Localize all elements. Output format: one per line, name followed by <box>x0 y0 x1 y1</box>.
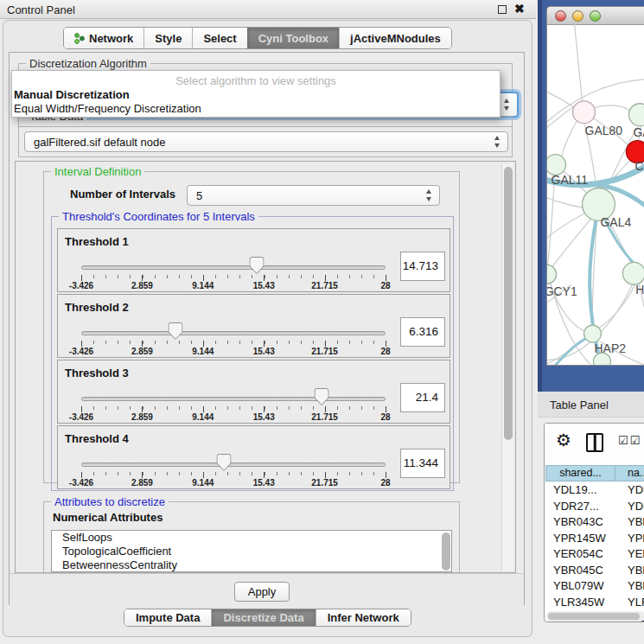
number-of-intervals-label: Number of Intervals <box>70 188 175 201</box>
threshold-value-field[interactable]: 6.316 <box>400 317 445 347</box>
table-cell: YPR1 <box>615 531 644 547</box>
scrollbar-thumb[interactable] <box>548 613 640 620</box>
major-tick <box>264 275 265 281</box>
network-canvas[interactable]: GAL80GACGAL11GAL4GCY1HAHAP2 <box>547 24 644 365</box>
algorithm-option-equal-width-frequency-discretization[interactable]: Equal Width/Frequency Discretization <box>14 102 201 116</box>
number-of-intervals-combobox[interactable]: 5 <box>187 185 440 206</box>
vertical-scrollbar[interactable] <box>501 163 513 571</box>
threshold-panel: Threshold 4 -3.4262.8599.14415.4321.7152… <box>57 425 450 489</box>
network-node[interactable] <box>594 353 611 365</box>
columns-icon[interactable] <box>586 433 603 452</box>
attribute-item-selfloops[interactable]: SelfLoops <box>52 531 451 545</box>
node-label: GAL80 <box>585 124 623 137</box>
table-row[interactable]: YER054CYER0 <box>545 546 644 563</box>
attribute-item-betweennesscentrality[interactable]: BetweennessCentrality <box>52 558 451 572</box>
table-cell: YLR3 <box>615 595 644 611</box>
table-cell: YPR145W <box>545 531 615 547</box>
slider-track[interactable] <box>81 462 386 467</box>
node-label: GCY1 <box>547 284 577 298</box>
table-cell: YER054C <box>545 546 615 563</box>
slider-track[interactable] <box>81 331 386 335</box>
threshold-panel: Threshold 1 -3.4262.8599.14415.4321.7152… <box>57 228 450 292</box>
top-tab-style[interactable]: Style <box>143 28 192 48</box>
table-row[interactable]: YLR345WYLR3 <box>545 595 644 611</box>
threshold-value-field[interactable]: 21.4 <box>400 383 445 412</box>
network-node-ha[interactable] <box>622 262 644 284</box>
table-row[interactable]: YDL19...YDL1 <box>545 482 644 499</box>
scrollbar-thumb[interactable] <box>504 167 513 440</box>
top-tab-network[interactable]: Network <box>64 28 143 48</box>
major-tick <box>81 472 82 478</box>
tab-label: Infer Network <box>328 611 399 624</box>
algorithm-option-manual-discretization[interactable]: Manual Discretization <box>14 88 130 102</box>
top-tab-bar: NetworkStyleSelectCyni ToolboxjActiveMNo… <box>63 27 452 49</box>
zoom-light-icon[interactable] <box>590 10 601 22</box>
table-row[interactable]: YBR045CYBR0 <box>545 563 644 579</box>
threshold-value-field[interactable]: 14.713 <box>400 252 445 281</box>
slider-ticks <box>81 275 386 281</box>
table-cell: YDL19... <box>545 482 615 499</box>
network-edge <box>552 214 596 267</box>
bottom-tab-discretize-data[interactable]: Discretize Data <box>211 609 315 626</box>
apply-button[interactable]: Apply <box>234 582 290 602</box>
major-tick <box>203 341 204 347</box>
axis-label: 15.43 <box>253 281 275 290</box>
top-tab-jactivemnodules[interactable]: jActiveMNodules <box>339 28 451 48</box>
slider-track[interactable] <box>81 397 386 401</box>
column-header-na[interactable]: na... <box>615 465 644 481</box>
gear-icon[interactable]: ⚙ <box>556 430 571 450</box>
float-window-icon[interactable] <box>498 5 507 14</box>
close-icon[interactable]: ✖ <box>514 2 525 16</box>
axis-label: 2.859 <box>131 478 153 488</box>
threshold-slider[interactable]: -3.4262.8599.14415.4321.71528 <box>81 426 386 490</box>
slider-thumb[interactable] <box>169 322 183 340</box>
window-controls <box>555 10 601 22</box>
network-node-gal80[interactable] <box>573 101 596 124</box>
threshold-slider[interactable]: -3.4262.8599.14415.4321.71528 <box>81 229 386 293</box>
numerical-attributes-list[interactable]: SelfLoopsTopologicalCoefficientBetweenne… <box>51 530 452 572</box>
tab-label: Network <box>89 32 133 45</box>
major-tick <box>325 275 326 281</box>
control-panel-titlebar: Control Panel ✖ <box>0 0 536 19</box>
table-row[interactable]: YBL079WYBL0 <box>545 578 644 595</box>
axis-label: 21.715 <box>311 281 338 290</box>
top-tab-select[interactable]: Select <box>192 28 246 48</box>
axis-label: 9.144 <box>192 347 214 356</box>
table-cell: YBR0 <box>615 563 644 579</box>
table-header-row: shared...na... <box>545 465 644 481</box>
axis-label: 15.43 <box>253 347 275 356</box>
slider-track[interactable] <box>81 265 386 270</box>
network-node-hap2[interactable] <box>584 325 602 342</box>
table-data-combobox[interactable]: galFiltered.sif default node <box>24 131 508 152</box>
axis-label: 21.715 <box>311 347 338 356</box>
slider-thumb[interactable] <box>315 388 329 405</box>
slider-thumb[interactable] <box>217 454 232 471</box>
node-label: GAL11 <box>552 173 589 187</box>
table-panel-titlebar: Table Panel <box>538 392 644 418</box>
bottom-tab-impute-data[interactable]: Impute Data <box>124 609 211 626</box>
network-edge <box>594 105 630 111</box>
threshold-panel: Threshold 3 -3.4262.8599.14415.4321.7152… <box>57 360 450 424</box>
threshold-value-field[interactable]: 11.344 <box>400 449 445 478</box>
slider-ticks <box>81 472 386 478</box>
table-row[interactable]: YDR27...YDR2 <box>545 499 644 515</box>
column-header-shared[interactable]: shared... <box>545 465 615 481</box>
attribute-item-topologicalcoefficient[interactable]: TopologicalCoefficient <box>52 545 451 558</box>
table-row[interactable]: YBR043CYBR0 <box>545 514 644 531</box>
checkbox-icons[interactable]: ☑☑ <box>618 434 641 447</box>
bottom-tab-infer-network[interactable]: Infer Network <box>316 609 411 626</box>
table-rows: YDL19...YDL1YDR27...YDR2YBR043CYBR0YPR14… <box>545 482 644 622</box>
network-node-ga[interactable] <box>628 104 644 126</box>
network-node-gcy1[interactable] <box>547 265 557 284</box>
network-window-titlebar[interactable] <box>547 7 644 25</box>
close-light-icon[interactable] <box>555 10 566 22</box>
slider-ticks <box>81 406 386 412</box>
table-row[interactable]: YPR145WYPR1 <box>545 531 644 547</box>
horizontal-scrollbar[interactable] <box>546 611 644 622</box>
top-tab-cyni-toolbox[interactable]: Cyni Toolbox <box>247 28 339 48</box>
list-scrollbar[interactable] <box>442 532 450 571</box>
threshold-slider[interactable]: -3.4262.8599.14415.4321.71528 <box>81 360 386 424</box>
threshold-slider[interactable]: -3.4262.8599.14415.4321.71528 <box>81 295 386 359</box>
slider-thumb[interactable] <box>250 257 265 274</box>
minimize-light-icon[interactable] <box>572 10 583 22</box>
